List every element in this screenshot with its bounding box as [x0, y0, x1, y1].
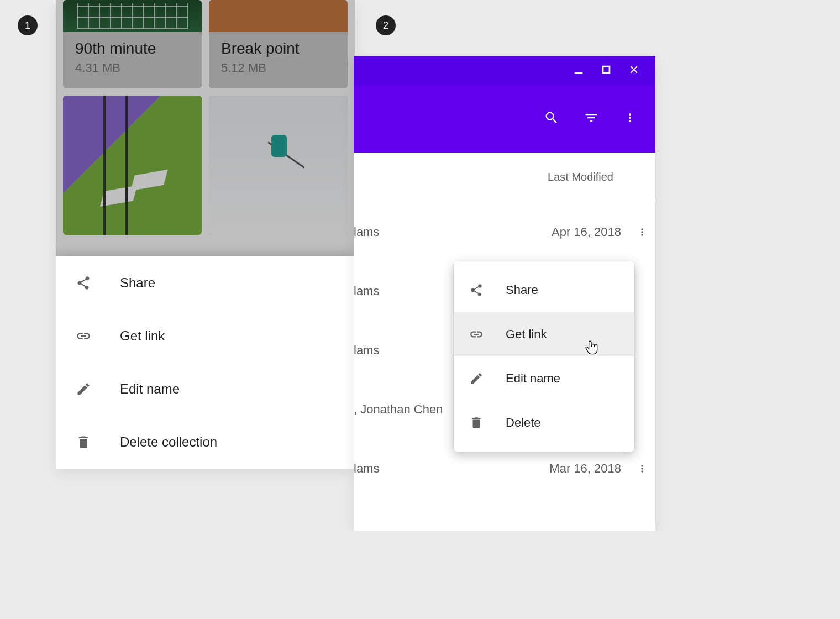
- menu-label: Delete: [506, 416, 541, 430]
- row-overflow-button[interactable]: [629, 463, 655, 474]
- close-icon: [628, 64, 640, 76]
- owner-cell: lams: [354, 225, 470, 239]
- sheet-label: Delete collection: [120, 434, 217, 450]
- panel-mobile: 90th minute 4.31 MB Break point 5.12 MB: [56, 0, 355, 469]
- sheet-delete[interactable]: Delete collection: [56, 416, 355, 469]
- column-last-modified[interactable]: Last Modified: [548, 171, 613, 183]
- link-icon: [469, 327, 484, 342]
- menu-label: Share: [506, 283, 538, 297]
- annotation-badge-2: 2: [376, 15, 396, 35]
- table-row[interactable]: lams Apr 16, 2018: [354, 202, 655, 261]
- menu-label: Edit name: [506, 371, 560, 386]
- context-menu: Share Get link Edit name Delete: [454, 261, 634, 452]
- edit-icon: [469, 371, 484, 386]
- overflow-button[interactable]: [623, 111, 637, 127]
- more-vertical-icon: [637, 227, 648, 238]
- column-header: Last Modified: [354, 153, 655, 202]
- sheet-share[interactable]: Share: [56, 256, 355, 310]
- toolbar: [354, 85, 655, 153]
- edit-icon: [76, 381, 91, 397]
- maximize-button[interactable]: [600, 64, 612, 78]
- sheet-edit-name[interactable]: Edit name: [56, 363, 355, 416]
- delete-icon: [76, 434, 91, 450]
- owner-cell: lams: [354, 284, 470, 298]
- cursor-pointer-icon: [585, 340, 599, 356]
- date-cell: Mar 16, 2018: [470, 461, 629, 476]
- annotation-badge-1: 1: [18, 15, 38, 35]
- menu-delete[interactable]: Delete: [454, 401, 634, 445]
- owner-cell: lams: [354, 343, 470, 358]
- search-icon: [544, 110, 559, 125]
- menu-edit-name[interactable]: Edit name: [454, 356, 634, 401]
- minimize-icon: [573, 64, 585, 76]
- link-icon: [76, 328, 91, 344]
- sheet-label: Edit name: [120, 381, 180, 397]
- more-vertical-icon: [637, 463, 648, 474]
- delete-icon: [469, 416, 484, 430]
- menu-label: Get link: [506, 327, 547, 342]
- menu-get-link[interactable]: Get link: [454, 312, 634, 356]
- sheet-label: Share: [120, 275, 155, 291]
- date-cell: Apr 16, 2018: [470, 225, 629, 239]
- sheet-get-link[interactable]: Get link: [56, 310, 355, 363]
- bottom-sheet: Share Get link Edit name Delete collecti…: [56, 256, 355, 469]
- share-icon: [76, 275, 91, 291]
- filter-icon: [584, 110, 599, 125]
- row-overflow-button[interactable]: [629, 227, 655, 238]
- filter-button[interactable]: [584, 110, 599, 128]
- maximize-icon: [600, 64, 612, 76]
- minimize-button[interactable]: [573, 64, 585, 78]
- search-button[interactable]: [544, 110, 559, 128]
- menu-share[interactable]: Share: [454, 268, 634, 312]
- titlebar: [354, 56, 655, 85]
- share-icon: [469, 283, 484, 297]
- close-button[interactable]: [628, 64, 640, 78]
- owner-cell: lams: [354, 461, 470, 476]
- sheet-label: Get link: [120, 328, 165, 344]
- more-vertical-icon: [623, 111, 637, 124]
